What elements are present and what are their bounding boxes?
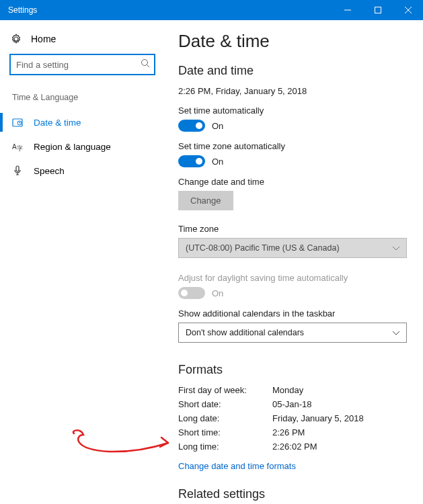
timezone-dropdown: (UTC-08:00) Pacific Time (US & Canada) (178, 238, 407, 258)
short-date-label: Short date: (178, 399, 272, 409)
short-time-value: 2:26 PM (272, 427, 410, 437)
section-datetime: Date and time (178, 64, 410, 78)
calendars-value: Don't show additional calendars (186, 328, 304, 337)
set-time-auto-toggle[interactable] (178, 120, 205, 132)
related-title: Related settings (178, 487, 410, 501)
category-label: Time & Language (0, 89, 165, 110)
home-button[interactable]: Home (0, 28, 165, 54)
toggle-state: On (212, 121, 223, 131)
show-cal-label: Show additional calendars in the taskbar (178, 308, 410, 319)
formats-grid: First day of week: Monday Short date: 05… (178, 385, 410, 452)
microphone-icon (12, 165, 23, 176)
change-formats-link[interactable]: Change date and time formats (178, 461, 296, 471)
first-day-value: Monday (272, 385, 410, 395)
set-time-auto-label: Set time automatically (178, 106, 410, 116)
home-label: Home (31, 34, 56, 44)
page-title: Date & time (178, 31, 410, 52)
nav-label: Speech (34, 166, 65, 176)
nav-label: Date & time (34, 118, 81, 128)
change-dt-label: Change date and time (178, 177, 410, 187)
search-icon (141, 58, 150, 71)
svg-rect-1 (375, 7, 381, 13)
search-input[interactable] (16, 60, 141, 70)
formats-title: Formats (178, 363, 410, 377)
chevron-down-icon (393, 328, 399, 337)
svg-rect-12 (16, 166, 19, 171)
main-panel: Date & time Date and time 2:26 PM, Frida… (165, 20, 423, 504)
svg-point-4 (142, 60, 148, 66)
toggle-state: On (212, 157, 223, 167)
first-day-label: First day of week: (178, 385, 272, 395)
long-time-label: Long time: (178, 442, 272, 452)
nav-label: Region & language (34, 142, 111, 152)
svg-text:字: 字 (17, 145, 23, 152)
short-date-value: 05-Jan-18 (272, 399, 410, 409)
change-button: Change (178, 191, 233, 210)
sidebar: Home Time & Language Date & time A字 Regi… (0, 20, 165, 504)
language-icon: A字 (12, 141, 23, 152)
titlebar: Settings (0, 0, 423, 20)
svg-text:A: A (12, 143, 17, 151)
timezone-value: (UTC-08:00) Pacific Time (US & Canada) (186, 243, 340, 253)
toggle-state: On (212, 288, 223, 298)
svg-line-5 (147, 65, 150, 68)
nav-date-time[interactable]: Date & time (0, 110, 165, 134)
nav-region-language[interactable]: A字 Region & language (0, 134, 165, 159)
long-date-label: Long date: (178, 413, 272, 423)
set-tz-auto-label: Set time zone automatically (178, 141, 410, 151)
window-title: Settings (8, 5, 37, 15)
timezone-label: Time zone (178, 224, 410, 234)
nav-speech[interactable]: Speech (0, 159, 165, 183)
close-button[interactable] (393, 0, 423, 20)
clock-icon (12, 117, 23, 128)
long-date-value: Friday, January 5, 2018 (272, 413, 410, 423)
minimize-button[interactable] (332, 0, 362, 20)
set-tz-auto-toggle[interactable] (178, 155, 205, 167)
calendars-dropdown[interactable]: Don't show additional calendars (178, 323, 407, 343)
maximize-button[interactable] (362, 0, 393, 20)
chevron-down-icon (393, 243, 399, 253)
dst-toggle (178, 287, 205, 299)
long-time-value: 2:26:02 PM (272, 442, 410, 452)
gear-icon (11, 34, 22, 44)
dst-label: Adjust for daylight saving time automati… (178, 273, 410, 283)
current-datetime: 2:26 PM, Friday, January 5, 2018 (178, 86, 410, 96)
short-time-label: Short time: (178, 427, 272, 437)
search-box[interactable] (9, 54, 155, 75)
